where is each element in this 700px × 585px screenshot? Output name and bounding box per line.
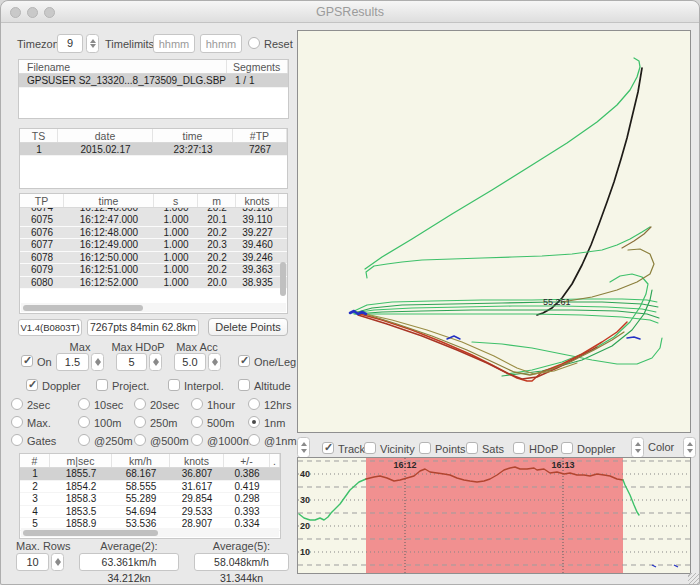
table-row[interactable]: 608016:12:52.0001.00020.038.935 [20, 277, 287, 290]
column-header: m [198, 194, 236, 207]
mode-radio-label: 1hour [207, 399, 235, 411]
max-hdop-value[interactable]: 5 [116, 353, 147, 371]
map-stepper-left[interactable] [297, 437, 310, 458]
reset-radio[interactable] [248, 37, 260, 49]
mode-radio-@250m[interactable] [78, 434, 90, 446]
table-row[interactable]: 607816:12:50.0001.00020.239.246 [20, 252, 287, 265]
max-hdop-stepper[interactable] [149, 353, 162, 371]
table-cell: 55.289 [112, 493, 170, 505]
table-cell: 6077 [20, 239, 64, 251]
table-row[interactable]: 607416:12:46.0001.00020.239.188 [20, 208, 287, 214]
points-view-checkbox[interactable] [419, 442, 431, 454]
max-rows-label: Max. Rows [16, 540, 70, 552]
color-stepper-left[interactable] [631, 437, 644, 458]
table-row[interactable]: 607716:12:49.0001.00020.339.460 [20, 239, 287, 252]
table-row[interactable]: GPSUSER S2_13320...8_173509_DLG.SBP1 / 1 [19, 74, 288, 88]
doppler-view-label: Doppler [577, 443, 616, 455]
average2-label: Average(2): [79, 540, 179, 552]
svg-text:16:13: 16:13 [551, 460, 574, 470]
table-cell: 16:12:50.000 [64, 252, 154, 264]
hdop-view-checkbox[interactable] [513, 442, 525, 454]
mode-radio-gates[interactable] [11, 434, 23, 446]
max-acc-stepper[interactable] [208, 353, 221, 371]
track-map[interactable]: 55.261 [297, 30, 691, 433]
timelimit-to-input[interactable] [200, 34, 242, 53]
color-stepper-right[interactable] [683, 437, 696, 458]
mode-radio-10sec[interactable] [78, 398, 90, 410]
sats-view-checkbox[interactable] [466, 442, 478, 454]
mode-radio-max.[interactable] [11, 416, 23, 428]
interpol-checkbox[interactable] [168, 379, 180, 391]
mode-radio-12hrs[interactable] [248, 398, 260, 410]
mode-radio-label: 100m [94, 417, 122, 429]
table-row[interactable]: 607616:12:48.0001.00020.239.227 [20, 227, 287, 240]
speed-trace [623, 480, 639, 515]
table-row[interactable]: 21854.258.55531.6170.419 [20, 481, 280, 494]
table-cell: GPSUSER S2_13320...8_173509_DLG.SBP [19, 74, 227, 87]
results-hscrollbar[interactable] [21, 528, 279, 537]
mode-radio-@1000m[interactable] [191, 434, 203, 446]
table-cell: 16:12:52.000 [64, 277, 154, 289]
mode-radio-label: 500m [207, 417, 235, 429]
table-cell: 20.2 [198, 264, 236, 276]
column-header: # [20, 454, 50, 467]
column-header: date [58, 129, 153, 142]
table-cell: 1 [20, 468, 50, 480]
mode-radio-20sec[interactable] [134, 398, 146, 410]
max-stepper[interactable] [91, 353, 104, 371]
mode-radio-label: Gates [27, 435, 56, 447]
table-row[interactable]: 12015.02.1723:27:137267 [20, 143, 287, 156]
table-cell: 1.000 [154, 208, 198, 214]
speed-chart[interactable]: 4030201016:1216:13 [297, 457, 691, 574]
table-row[interactable]: 41853.554.69429.5330.393 [20, 506, 280, 519]
gps-track [622, 227, 651, 248]
mode-radio-100m[interactable] [78, 416, 90, 428]
max-hdop-label: Max HDoP [108, 341, 168, 353]
table-cell: 2015.02.17 [58, 143, 153, 155]
on-checkbox[interactable] [21, 355, 33, 367]
table-row[interactable]: 31858.355.28929.8540.298 [20, 493, 280, 506]
max-label: Max [56, 341, 104, 353]
max-acc-value[interactable]: 5.0 [174, 353, 206, 371]
points-hscrollbar[interactable] [21, 303, 286, 312]
mode-radio-250m[interactable] [134, 416, 146, 428]
tracks-view-checkbox[interactable] [322, 442, 334, 454]
mode-radio-@500m[interactable] [134, 434, 146, 446]
table-cell: 20.2 [198, 227, 236, 239]
doppler-checkbox[interactable] [26, 379, 38, 391]
table-cell: 1.000 [154, 277, 198, 289]
oneleg-checkbox[interactable] [238, 355, 250, 367]
clipped-row[interactable]: 607416:12:46.0001.00020.239.188 [20, 208, 287, 214]
table-row[interactable]: 607916:12:51.0001.00020.239.363 [20, 264, 287, 277]
resize-grip[interactable] [688, 573, 700, 585]
table-cell: 1 / 1 [227, 74, 288, 87]
mode-radio-label: 2sec [27, 399, 50, 411]
mode-radio-label: @1nm [264, 435, 297, 447]
points-vscrollbar[interactable] [280, 262, 286, 296]
mode-radio-2sec[interactable] [11, 398, 23, 410]
gps-track [360, 314, 627, 381]
doppler-view-checkbox[interactable] [561, 442, 573, 454]
timelimit-from-input[interactable] [153, 34, 195, 53]
column-header: TS [20, 129, 58, 142]
table-cell: 38.935 [236, 277, 279, 289]
gps-track [366, 227, 650, 278]
max-value[interactable]: 1.5 [56, 353, 89, 371]
delete-points-button[interactable]: Delete Points [208, 318, 288, 336]
timezone-value[interactable]: 9 [57, 34, 83, 53]
mode-radio-label: 1nm [264, 417, 285, 429]
average2-value: 63.361km/h 34.212kn [79, 553, 179, 571]
vicinity-view-checkbox[interactable] [364, 442, 376, 454]
column-header: m|sec [50, 454, 112, 467]
mode-radio-1nm[interactable] [248, 416, 260, 428]
mode-radio-500m[interactable] [191, 416, 203, 428]
table-row[interactable]: 607516:12:47.0001.00020.139.110 [20, 214, 287, 227]
max-rows-stepper[interactable] [51, 553, 64, 571]
table-row[interactable]: 11855.768.16736.8070.386 [20, 468, 280, 481]
timezone-stepper[interactable] [86, 34, 99, 53]
project-checkbox[interactable] [96, 379, 108, 391]
altitude-checkbox[interactable] [238, 379, 250, 391]
max-rows-value[interactable]: 10 [16, 553, 49, 571]
mode-radio-@1nm[interactable] [248, 434, 260, 446]
mode-radio-1hour[interactable] [191, 398, 203, 410]
